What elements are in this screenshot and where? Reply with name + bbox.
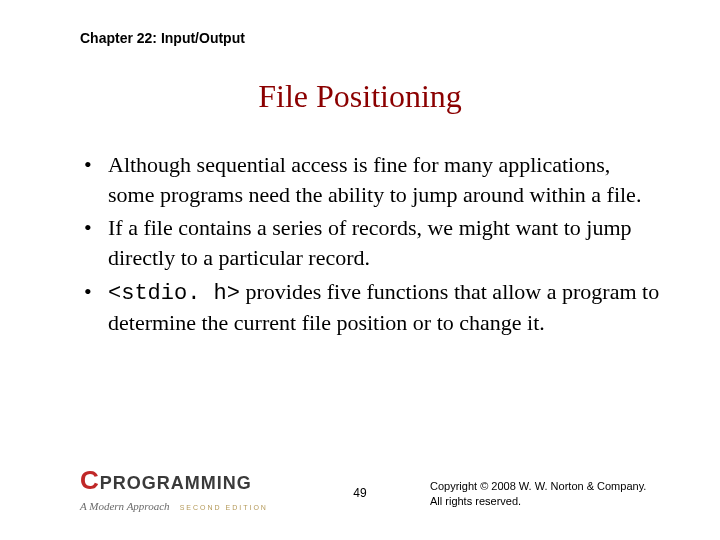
content-area: Although sequential access is fine for m… xyxy=(80,150,660,342)
bullet-text: Although sequential access is fine for m… xyxy=(108,152,641,207)
list-item: If a file contains a series of records, … xyxy=(80,213,660,272)
copyright-line: All rights reserved. xyxy=(430,494,660,508)
chapter-header: Chapter 22: Input/Output xyxy=(80,30,245,46)
slide: Chapter 22: Input/Output File Positionin… xyxy=(0,0,720,540)
copyright: Copyright © 2008 W. W. Norton & Company.… xyxy=(430,479,660,508)
logo-edition: SECOND EDITION xyxy=(180,504,268,511)
footer: C PROGRAMMING A Modern Approach SECOND E… xyxy=(0,474,720,522)
copyright-line: Copyright © 2008 W. W. Norton & Company. xyxy=(430,479,660,493)
code-text: <stdio. h> xyxy=(108,281,240,306)
bullet-text: If a file contains a series of records, … xyxy=(108,215,632,270)
list-item: Although sequential access is fine for m… xyxy=(80,150,660,209)
logo-subtitle: A Modern Approach xyxy=(80,500,170,512)
bullet-list: Although sequential access is fine for m… xyxy=(80,150,660,338)
slide-title: File Positioning xyxy=(0,78,720,115)
list-item: <stdio. h> provides five functions that … xyxy=(80,277,660,338)
